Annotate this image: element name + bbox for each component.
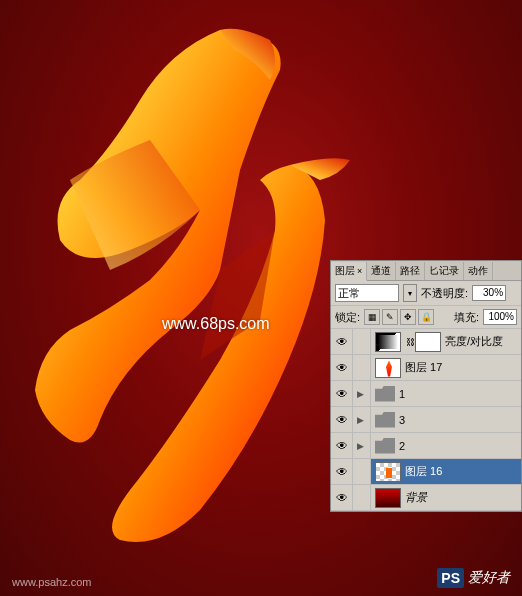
folder-icon <box>375 386 395 402</box>
link-col[interactable]: ▶ <box>353 381 371 406</box>
chevron-right-icon[interactable]: ▶ <box>357 415 364 425</box>
link-icon: ⛓ <box>405 337 415 347</box>
chevron-right-icon[interactable]: ▶ <box>357 389 364 399</box>
link-col[interactable] <box>353 329 371 354</box>
eye-icon[interactable]: 👁 <box>336 361 348 375</box>
link-col[interactable]: ▶ <box>353 407 371 432</box>
layers-list: 👁 ⛓ 亮度/对比度 👁 图层 17 👁 ▶ 1 👁 ▶ <box>331 329 521 511</box>
layer-row-16[interactable]: 👁 图层 16 <box>331 459 521 485</box>
lock-paint-icon[interactable]: ✎ <box>382 309 398 325</box>
layer-row-folder-2[interactable]: 👁 ▶ 2 <box>331 433 521 459</box>
panel-tabs: 图层× 通道 路径 匕记录 动作 <box>331 261 521 281</box>
folder-icon <box>375 412 395 428</box>
layer-name: 图层 16 <box>405 464 442 479</box>
layer-thumb <box>375 462 401 482</box>
opacity-label: 不透明度: <box>421 286 468 301</box>
layer-name: 2 <box>399 440 405 452</box>
watermark-bottom: PS 爱好者 <box>437 568 510 588</box>
chevron-right-icon[interactable]: ▶ <box>357 441 364 451</box>
layer-row-background[interactable]: 👁 背景 <box>331 485 521 511</box>
blend-opacity-row: 正常 ▾ 不透明度: 30% <box>331 281 521 306</box>
tab-actions[interactable]: 动作 <box>464 262 493 280</box>
lock-all-icon[interactable]: 🔒 <box>418 309 434 325</box>
lock-fill-row: 锁定: ▦ ✎ ✥ 🔒 填充: 100% <box>331 306 521 329</box>
tab-layers[interactable]: 图层× <box>331 262 367 281</box>
fill-label: 填充: <box>454 310 479 325</box>
layer-row-17[interactable]: 👁 图层 17 <box>331 355 521 381</box>
mask-thumb <box>415 332 441 352</box>
tab-channels[interactable]: 通道 <box>367 262 396 280</box>
link-col[interactable]: ▶ <box>353 433 371 458</box>
folder-icon <box>375 438 395 454</box>
watermark-url: www.68ps.com <box>162 315 270 333</box>
layers-panel: 图层× 通道 路径 匕记录 动作 正常 ▾ 不透明度: 30% 锁定: ▦ ✎ … <box>330 260 522 512</box>
fill-field[interactable]: 100% <box>483 309 517 325</box>
ps-logo: PS <box>437 568 464 588</box>
opacity-field[interactable]: 30% <box>472 285 506 301</box>
eye-icon[interactable]: 👁 <box>336 465 348 479</box>
eye-icon[interactable]: 👁 <box>336 413 348 427</box>
layer-name: 图层 17 <box>405 360 442 375</box>
lock-transparent-icon[interactable]: ▦ <box>364 309 380 325</box>
tab-history[interactable]: 匕记录 <box>425 262 464 280</box>
blend-mode-select[interactable]: 正常 <box>335 284 399 302</box>
layer-name: 背景 <box>405 490 427 505</box>
lock-position-icon[interactable]: ✥ <box>400 309 416 325</box>
tab-paths[interactable]: 路径 <box>396 262 425 280</box>
layer-thumb <box>375 488 401 508</box>
link-col[interactable] <box>353 485 371 510</box>
watermark-bottom-url: www.psahz.com <box>12 576 91 588</box>
eye-icon[interactable]: 👁 <box>336 491 348 505</box>
watermark-bottom-text: 爱好者 <box>468 569 510 587</box>
layer-row-folder-1[interactable]: 👁 ▶ 1 <box>331 381 521 407</box>
canvas: www.68ps.com 图层× 通道 路径 匕记录 动作 正常 ▾ 不透明度:… <box>0 0 522 596</box>
layer-thumb <box>375 358 401 378</box>
adjustment-thumb <box>375 332 401 352</box>
lock-label: 锁定: <box>335 310 360 325</box>
link-col[interactable] <box>353 355 371 380</box>
layer-name: 1 <box>399 388 405 400</box>
blend-dropdown-icon[interactable]: ▾ <box>403 284 417 302</box>
layer-row-folder-3[interactable]: 👁 ▶ 3 <box>331 407 521 433</box>
eye-icon[interactable]: 👁 <box>336 387 348 401</box>
link-col[interactable] <box>353 459 371 484</box>
close-icon[interactable]: × <box>357 266 362 276</box>
layer-name: 亮度/对比度 <box>445 334 503 349</box>
layer-row-adjustment[interactable]: 👁 ⛓ 亮度/对比度 <box>331 329 521 355</box>
layer-name: 3 <box>399 414 405 426</box>
eye-icon[interactable]: 👁 <box>336 335 348 349</box>
artwork-51 <box>20 20 380 560</box>
eye-icon[interactable]: 👁 <box>336 439 348 453</box>
